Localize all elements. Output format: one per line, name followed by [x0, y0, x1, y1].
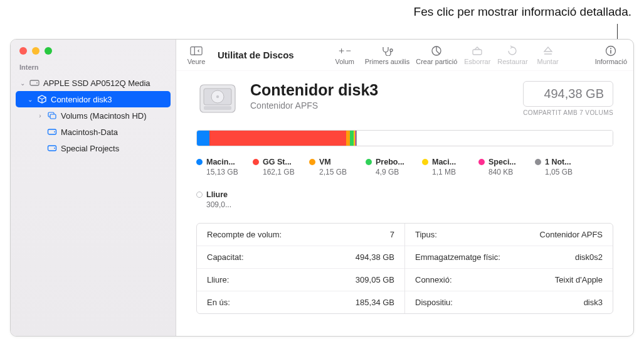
svg-rect-21 [204, 106, 231, 110]
legend-name: Speci... [488, 158, 516, 166]
chevron-down-icon[interactable]: ⌄ [27, 96, 33, 103]
info-row: En ús:185,34 GB [197, 291, 404, 313]
info-button[interactable]: Informació [595, 45, 627, 65]
info-col-left: Recompte de volum:7Capacitat:494,38 GBLl… [197, 224, 404, 313]
content-area: Contenidor disk3 Contenidor APFS 494,38 … [176, 71, 633, 323]
usage-segment [350, 131, 354, 146]
legend-item: GG St...162,1 GB [253, 158, 295, 176]
legend-swatch [309, 159, 315, 165]
sidebar-item-label: Volums (Macintosh HD) [61, 111, 167, 121]
zoom-icon[interactable] [45, 47, 52, 55]
info-value: 185,34 GB [356, 298, 394, 307]
chevron-down-icon[interactable]: ⌄ [19, 80, 26, 87]
info-row: Recompte de volum:7 [197, 224, 404, 246]
sidebar-item-macintosh-data[interactable]: Macintosh-Data [16, 124, 171, 140]
legend-swatch [366, 159, 372, 165]
legend-item: Prebo...4,9 GB [366, 158, 408, 176]
svg-rect-3 [50, 114, 56, 119]
disk-header: Contenidor disk3 Contenidor APFS 494,38 … [196, 81, 613, 116]
sidebar: Intern ⌄ APPLE SSD AP0512Q Media ⌄ Conte… [11, 40, 176, 336]
svg-point-10 [390, 49, 393, 51]
info-row: Dispositiu:disk3 [405, 291, 613, 313]
sidebar-item-volumes-group[interactable]: › Volums (Macintosh HD) [16, 107, 171, 124]
info-value: 494,38 GB [356, 252, 394, 262]
disk-title: Contenidor disk3 [250, 81, 512, 99]
legend-item: Lliure309,0... [196, 190, 239, 209]
legend-name: Prebo... [376, 158, 404, 166]
toolbar: Veure Utilitat de Discos Volum Primers a… [176, 40, 633, 71]
eject-icon [542, 45, 554, 57]
sidebar-item-container[interactable]: ⌄ Contenidor disk3 [16, 91, 171, 107]
info-value: Teixit d'Apple [555, 275, 603, 284]
legend-swatch [196, 192, 203, 198]
minimize-icon[interactable] [32, 47, 40, 55]
window-controls [11, 40, 176, 61]
info-row: Tipus:Contenidor APFS [405, 224, 613, 246]
svg-point-5 [54, 131, 55, 132]
legend-swatch [253, 159, 259, 165]
sidebar-item-special-projects[interactable]: Special Projects [16, 140, 171, 156]
legend-swatch [422, 159, 428, 165]
partition-button[interactable]: Crear partició [416, 45, 457, 65]
legend-size: 840 KB [488, 168, 521, 176]
info-key: Capacitat: [207, 252, 244, 262]
svg-point-7 [54, 148, 55, 149]
volume-button[interactable]: Volum [331, 45, 359, 65]
container-icon [37, 94, 47, 104]
usage-segment [357, 131, 613, 146]
info-value: 7 [390, 230, 394, 239]
usage-legend: Macin...15,13 GBGG St...162,1 GBVM2,15 G… [196, 158, 613, 209]
info-key: Lliure: [207, 275, 229, 284]
sidebar-item-media-disk[interactable]: ⌄ APPLE SSD AP0512Q Media [16, 75, 171, 91]
info-icon [604, 45, 617, 57]
usage-bar [196, 130, 613, 146]
capacity-subtext: COMPARTIT AMB 7 VOLUMS [523, 109, 613, 116]
legend-item: VM2,15 GB [309, 158, 352, 176]
legend-size: 2,15 GB [319, 168, 352, 176]
first-aid-button[interactable]: Primers auxilis [365, 45, 410, 65]
toolbar-label: Restaurar [497, 58, 527, 65]
view-button[interactable]: Veure [182, 45, 210, 65]
stethoscope-icon [381, 45, 394, 57]
legend-item: 1 Not...1,05 GB [535, 158, 578, 176]
legend-swatch [535, 159, 541, 165]
legend-size: 1,1 MB [432, 168, 465, 176]
toolbar-label: Volum [335, 58, 354, 65]
sidebar-section-label: Intern [11, 61, 176, 73]
restore-button: Restaurar [497, 45, 527, 65]
erase-button: Esborrar [463, 45, 491, 65]
info-row: Lliure:309,05 GB [197, 268, 404, 291]
legend-name: 1 Not... [545, 158, 571, 166]
app-window: Intern ⌄ APPLE SSD AP0512Q Media ⌄ Conte… [10, 39, 634, 337]
sidebar-layout-icon [190, 45, 203, 57]
svg-rect-0 [30, 80, 39, 85]
volume-icon [47, 143, 57, 153]
legend-item: Macin...15,13 GB [196, 158, 239, 176]
legend-name: VM [319, 158, 331, 166]
info-key: Emmagatzematge físic: [415, 252, 500, 262]
svg-point-1 [36, 82, 38, 84]
legend-item: Maci...1,1 MB [422, 158, 465, 176]
toolbar-label: Primers auxilis [365, 58, 410, 65]
sidebar-item-label: Special Projects [61, 144, 167, 153]
legend-name: GG St... [263, 158, 292, 166]
info-row: Connexió:Teixit d'Apple [405, 268, 613, 291]
info-key: En ús: [207, 298, 230, 307]
chevron-right-icon[interactable]: › [37, 112, 43, 119]
info-key: Recompte de volum: [207, 230, 282, 239]
legend-swatch [196, 159, 203, 165]
info-value: Contenidor APFS [540, 230, 603, 239]
close-icon[interactable] [19, 47, 27, 55]
legend-size: 309,0... [206, 200, 239, 209]
legend-name: Lliure [206, 190, 228, 199]
svg-rect-16 [611, 50, 612, 53]
svg-point-15 [610, 48, 611, 49]
mount-button: Muntar [534, 45, 562, 65]
info-value: 309,05 GB [356, 275, 394, 284]
svg-rect-12 [473, 50, 482, 55]
legend-size: 4,9 GB [376, 168, 408, 176]
sidebar-tree: ⌄ APPLE SSD AP0512Q Media ⌄ Contenidor d… [11, 73, 176, 156]
legend-size: 162,1 GB [263, 168, 295, 176]
callout-text: Fes clic per mostrar informació detallad… [414, 5, 631, 19]
info-row: Capacitat:494,38 GB [197, 246, 404, 268]
